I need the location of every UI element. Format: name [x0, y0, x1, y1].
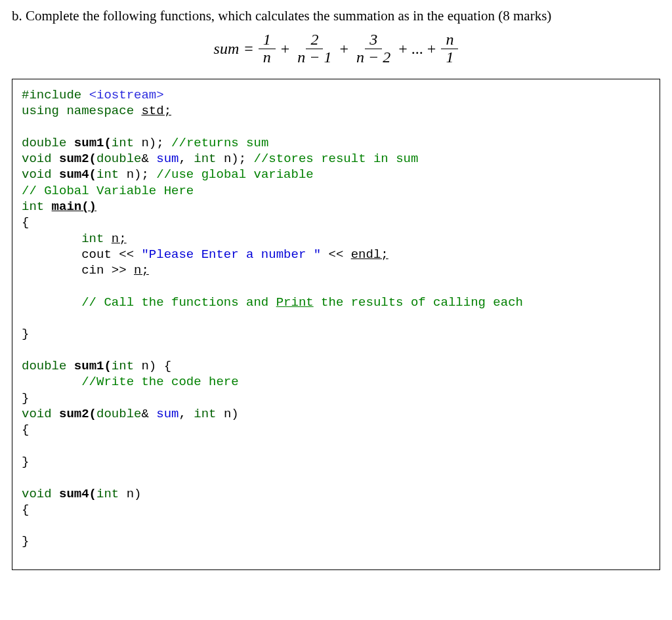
eq-term-3: 3 n − 2 — [354, 31, 393, 65]
code-block: #include <iostream> using namespace std;… — [22, 87, 650, 550]
eq-equals: = — [243, 40, 255, 58]
plus-icon: + — [339, 40, 350, 58]
question-text: b. Complete the following functions, whi… — [12, 7, 660, 25]
code-box: #include <iostream> using namespace std;… — [12, 79, 660, 570]
eq-term-2: 2 n − 1 — [295, 31, 334, 65]
question-prefix: b. — [12, 8, 22, 24]
question-body: Complete the following functions, which … — [26, 8, 551, 24]
equation: sum = 1 n + 2 n − 1 + 3 n − 2 + ... + n … — [12, 31, 660, 65]
eq-term-last: n 1 — [441, 31, 458, 65]
plus-icon: + — [280, 40, 291, 58]
eq-term-1: 1 n — [259, 31, 276, 65]
eq-lhs: sum — [214, 40, 240, 58]
eq-dots: + ... + — [397, 40, 437, 58]
